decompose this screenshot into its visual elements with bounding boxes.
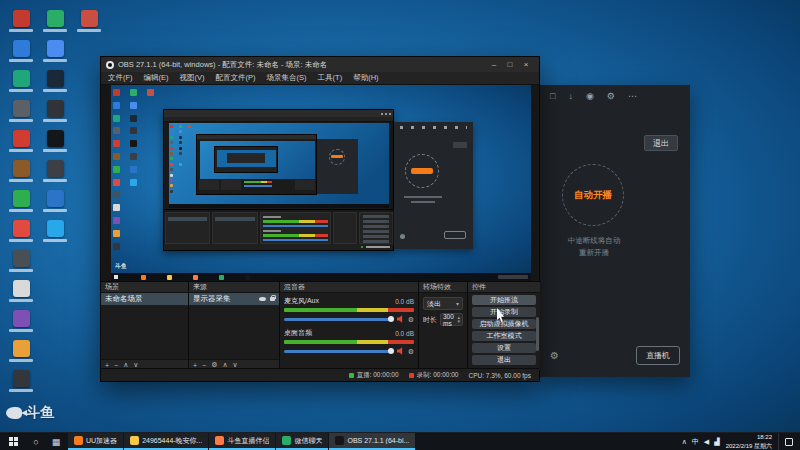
desktop-icon[interactable]	[40, 10, 70, 32]
taskbar-app-button[interactable]: 24965444-晚安你...	[124, 433, 208, 450]
menu-item[interactable]: 工具(T)	[318, 73, 343, 83]
desktop-icon[interactable]	[6, 100, 36, 122]
desktop-icon-label	[9, 299, 33, 302]
desktop-icon[interactable]	[6, 220, 36, 242]
sources-dock-title[interactable]: 来源	[189, 282, 279, 293]
control-button[interactable]: 开始推流	[472, 295, 536, 305]
control-button[interactable]: 工作室模式	[472, 331, 536, 341]
volume-icon[interactable]: ◀	[704, 438, 709, 446]
settings-gear-icon[interactable]: ⚙	[550, 350, 559, 361]
controls-dock-title[interactable]: 控件	[468, 282, 540, 293]
volume-slider-knob[interactable]	[388, 316, 394, 322]
ime-indicator[interactable]: 中	[692, 437, 699, 447]
mini-desktop-icon	[179, 152, 182, 155]
live-machine-button[interactable]: 直播机	[636, 346, 680, 365]
control-button[interactable]: 开始录制	[472, 307, 536, 317]
desktop-icon-label	[43, 89, 67, 92]
taskbar-app-button[interactable]: OBS 27.1.1 (64-bi...	[329, 433, 415, 450]
network-icon[interactable]: ▟	[714, 438, 719, 446]
mixer-channel-name: 麦克风/Aux	[284, 296, 319, 306]
taskbar-clock[interactable]: 18:22 2022/2/19 星期六	[726, 433, 772, 450]
mini-desktop-icon	[130, 89, 137, 96]
desktop-icon[interactable]	[6, 70, 36, 92]
taskbar-app-button[interactable]: UU加速器	[68, 433, 123, 450]
mini-obs-window	[163, 109, 394, 251]
mini-desktop-icon	[130, 153, 137, 160]
start-button[interactable]	[0, 433, 26, 450]
transition-select[interactable]: 淡出 ▾	[423, 297, 463, 310]
menu-item[interactable]: 编辑(E)	[144, 73, 169, 83]
taskbar-app-icon	[130, 436, 139, 445]
controls-scrollbar[interactable]	[536, 317, 539, 351]
spinner-arrows-icon[interactable]: ▴▾	[457, 316, 460, 323]
scenes-dock-title[interactable]: 场景	[101, 282, 188, 293]
taskbar-app-button[interactable]: 微信聊天	[276, 433, 328, 450]
notification-center-button[interactable]	[778, 433, 797, 450]
desktop-icon[interactable]	[40, 70, 70, 92]
mixer-dock-title[interactable]: 混音器	[280, 282, 418, 293]
desktop-icon[interactable]	[6, 10, 36, 32]
visibility-eye-icon[interactable]	[259, 297, 266, 302]
desktop-icon[interactable]	[6, 40, 36, 62]
exit-button[interactable]: 退出	[644, 135, 678, 151]
monitor-icon[interactable]: □	[550, 91, 555, 101]
mini-desktop-icon	[170, 184, 173, 187]
desktop-icon[interactable]	[40, 190, 70, 212]
source-item[interactable]: 显示器采集	[189, 293, 279, 305]
desktop-icon[interactable]	[6, 340, 36, 362]
duration-spinbox[interactable]: 300 ms ▴▾	[440, 313, 463, 326]
desktop-icon[interactable]	[6, 190, 36, 212]
control-button[interactable]: 启动虚拟摄像机	[472, 319, 536, 329]
auto-start-button[interactable]: 自动开播	[574, 189, 612, 202]
desktop-app-icon	[47, 10, 64, 27]
task-view-icon[interactable]: ▦	[46, 437, 66, 447]
desktop-icon[interactable]	[6, 160, 36, 182]
desktop-icon[interactable]	[6, 250, 36, 272]
channel-settings-icon[interactable]: ⚙	[408, 316, 414, 323]
scene-item[interactable]: 未命名场景	[101, 293, 188, 305]
desktop-icon[interactable]	[6, 310, 36, 332]
more-icon[interactable]: ⋯	[628, 91, 637, 101]
desktop-icon-label	[9, 59, 33, 62]
desktop-icon[interactable]	[40, 220, 70, 242]
douyu-watermark: 斗鱼	[6, 404, 54, 422]
maximize-button[interactable]: □	[502, 60, 518, 69]
menu-item[interactable]: 视图(V)	[180, 73, 205, 83]
download-icon[interactable]: ↓	[568, 91, 573, 101]
lock-icon[interactable]	[270, 297, 275, 301]
user-icon[interactable]: ◉	[586, 91, 594, 101]
channel-settings-icon[interactable]: ⚙	[408, 348, 414, 355]
volume-slider[interactable]	[284, 318, 394, 321]
mute-speaker-icon[interactable]	[397, 315, 405, 323]
menu-item[interactable]: 文件(F)	[108, 73, 133, 83]
volume-slider[interactable]	[284, 350, 394, 353]
desktop-app-icon	[47, 220, 64, 237]
obs-preview-canvas[interactable]: 斗鱼	[111, 85, 531, 281]
desktop-icon[interactable]	[40, 100, 70, 122]
desktop-icon-label	[9, 209, 33, 212]
desktop-icon[interactable]	[6, 370, 36, 392]
close-button[interactable]: ×	[518, 60, 534, 69]
menu-item[interactable]: 配置文件(P)	[216, 73, 256, 83]
desktop-icon[interactable]	[40, 40, 70, 62]
desktop-icon[interactable]	[74, 10, 104, 32]
obs-titlebar[interactable]: OBS 27.1.1 (64-bit, windows) - 配置文件: 未命名…	[101, 57, 539, 72]
desktop-icon[interactable]	[40, 130, 70, 152]
mute-speaker-icon[interactable]	[397, 347, 405, 355]
transitions-dock-title[interactable]: 转场特效	[419, 282, 467, 293]
desktop-icon-label	[9, 389, 33, 392]
menu-item[interactable]: 帮助(H)	[353, 73, 378, 83]
taskbar-app-button[interactable]: 斗鱼直播伴侣	[209, 433, 275, 450]
menu-item[interactable]: 场景集合(S)	[267, 73, 307, 83]
control-button[interactable]: 退出	[472, 355, 536, 365]
chevron-up-icon[interactable]: ∧	[682, 438, 687, 446]
control-button[interactable]: 设置	[472, 343, 536, 353]
gear-icon[interactable]: ⚙	[607, 91, 615, 101]
desktop-icon[interactable]	[40, 160, 70, 182]
volume-slider-knob[interactable]	[388, 348, 394, 354]
minimize-button[interactable]: –	[486, 60, 502, 69]
desktop-icon[interactable]	[6, 280, 36, 302]
desktop-icon[interactable]	[6, 130, 36, 152]
search-icon[interactable]: ○	[26, 437, 46, 447]
taskbar-app-label: 微信聊天	[294, 436, 322, 446]
